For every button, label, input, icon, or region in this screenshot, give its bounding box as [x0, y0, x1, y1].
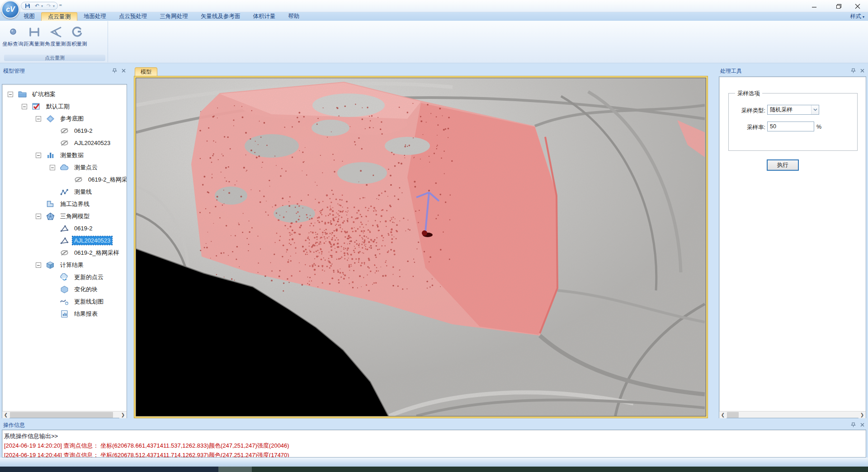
viewport-3d-canvas[interactable] [136, 78, 706, 416]
operation-log[interactable]: 系统操作信息输出>>[2024-06-19 14:20:20] 查询点信息： 坐… [2, 430, 866, 458]
scroll-right-icon[interactable]: ❯ [859, 411, 866, 418]
tree-item-label: 更新的点云 [72, 272, 105, 282]
diamond-layer-icon [46, 114, 55, 123]
tree-item-label: 默认工期 [44, 102, 71, 112]
expander-icon[interactable] [50, 165, 55, 170]
minimize-button[interactable] [807, 2, 821, 10]
tree-item-计算结果[interactable]: 计算结果 [2, 259, 127, 271]
tree-item-三角网模型[interactable]: 三角网模型 [2, 210, 127, 222]
expander-icon[interactable] [22, 104, 27, 109]
cloud-icon [60, 163, 69, 172]
ribbon-tab-5[interactable]: 矢量线及参考面 [194, 12, 247, 21]
distance-measure-button[interactable]: 距离量测 [24, 22, 45, 53]
eye-off-icon [74, 175, 83, 184]
eye-off-icon [60, 139, 69, 148]
ribbon-tab-3[interactable]: 点云预处理 [113, 12, 154, 21]
title-bar [0, 0, 868, 12]
tree-item-0619-2_格网采样[interactable]: 0619-2_格网采样 [2, 173, 127, 186]
hexagon-icon [60, 285, 69, 294]
close-button[interactable] [851, 2, 864, 10]
tree-item-更新线划图[interactable]: 更新线划图 [2, 295, 127, 308]
ribbon-tab-4[interactable]: 三角网处理 [154, 12, 195, 21]
execute-button[interactable]: 执行 [767, 159, 799, 171]
viewport-tab-model[interactable]: 模型 [135, 67, 157, 76]
tree-item-label: AJL20240523 [72, 139, 112, 147]
undo-dropdown-icon[interactable]: ▾ [41, 4, 43, 8]
tree-item-测量数据[interactable]: 测量数据 [2, 149, 127, 161]
ribbon-button-label: 坐标查询 [3, 41, 24, 47]
tree-item-label: 更新线划图 [72, 297, 105, 307]
pin-icon[interactable] [850, 422, 856, 428]
customize-toolbar-icon[interactable]: ≖ [59, 3, 62, 7]
chevron-down-icon[interactable] [811, 105, 819, 114]
expander-icon[interactable] [8, 92, 13, 97]
redo-dropdown-icon[interactable]: ▾ [53, 4, 55, 8]
tree-item-AJL20240523[interactable]: AJL20240523 [2, 234, 127, 247]
tree-item-施工边界线[interactable]: 施工边界线 [2, 198, 127, 210]
tree-item-测量点云[interactable]: 测量点云 [2, 161, 127, 173]
tree-item-0619-2[interactable]: 0619-2 [2, 125, 127, 137]
save-icon[interactable] [24, 3, 31, 9]
pin-icon[interactable] [112, 68, 118, 74]
expander-icon[interactable] [36, 262, 41, 268]
tree-hscrollbar[interactable]: ❮ ❯ [2, 411, 127, 418]
tree-item-label: AJL20240523 [72, 236, 112, 245]
distance-measure-icon [27, 25, 42, 39]
style-menu-button[interactable]: 样式 ▾ [850, 12, 864, 21]
tree-item-label: 测量线 [72, 187, 94, 197]
sample-type-dropdown[interactable]: 随机采样 [767, 105, 819, 115]
tree-item-label: 0619-2 [72, 126, 94, 135]
pin-icon[interactable] [850, 68, 856, 74]
scroll-right-icon[interactable]: ❯ [119, 411, 127, 418]
close-panel-icon[interactable] [121, 68, 127, 74]
area-measure-button[interactable]: 面积量测 [66, 22, 87, 53]
close-panel-icon[interactable] [859, 422, 865, 428]
sample-type-label: 采样类型: [733, 107, 765, 115]
undo-icon[interactable]: ↶ [33, 3, 41, 9]
tree-item-参考底图[interactable]: 参考底图 [2, 112, 127, 125]
app-logo[interactable]: cV [1, 0, 19, 19]
log-line-2: [2024-06-19 14:20:44] 查询点信息： 坐标(620678.5… [2, 450, 866, 458]
expander-icon[interactable] [36, 116, 41, 122]
redo-icon[interactable]: ↷ [45, 3, 52, 9]
tree-item-0619-2[interactable]: 0619-2 [2, 222, 127, 234]
coordinate-query-button[interactable]: 坐标查询 [2, 22, 24, 53]
scroll-left-icon[interactable]: ❮ [719, 411, 726, 418]
restore-button[interactable] [832, 2, 845, 10]
squiggle-icon [60, 297, 69, 306]
tree-item-变化的块[interactable]: 变化的块 [2, 283, 127, 295]
tree-item-AJL20240523[interactable]: AJL20240523 [2, 137, 127, 149]
triangle-mesh-icon [60, 224, 69, 233]
tree-item-测量线[interactable]: 测量线 [2, 186, 127, 198]
taskbar [0, 467, 868, 472]
triangle-mesh-icon [60, 236, 69, 245]
close-panel-icon[interactable] [859, 68, 865, 74]
log-line-0: 系统操作信息输出>> [2, 431, 866, 441]
ribbon-tab-7[interactable]: 帮助 [282, 12, 306, 21]
tools-hscrollbar[interactable]: ❮ ❯ [719, 411, 866, 418]
ribbon-tab-0[interactable]: 视图 [17, 12, 41, 21]
ribbon-tab-2[interactable]: 地面处理 [77, 12, 113, 21]
model-tree-panel: 矿坑档案默认工期参考底图0619-2AJL20240523测量数据测量点云061… [2, 84, 127, 418]
tree-item-结果报表[interactable]: 结果报表 [2, 308, 127, 320]
angle-measure-button[interactable]: 角度量测 [45, 22, 66, 53]
mesh-star-icon [46, 212, 55, 221]
tree-item-label: 结果报表 [72, 309, 99, 319]
ribbon-buttons: 坐标查询距离量测角度量测面积量测 [2, 22, 87, 53]
expander-icon[interactable] [36, 214, 41, 219]
scroll-thumb[interactable] [727, 412, 739, 418]
scroll-left-icon[interactable]: ❮ [2, 411, 9, 418]
tree-item-label: 测量数据 [58, 150, 85, 160]
tree-item-默认工期[interactable]: 默认工期 [2, 100, 127, 112]
scroll-thumb[interactable] [10, 412, 113, 418]
ribbon-tab-1[interactable]: 点云量测 [41, 12, 77, 21]
tree-item-矿坑档案[interactable]: 矿坑档案 [2, 88, 127, 100]
ribbon-tab-6[interactable]: 体积计量 [247, 12, 282, 21]
tree-item-label: 计算结果 [58, 260, 85, 270]
tree-item-0619-2_格网采样[interactable]: 0619-2_格网采样 [2, 247, 127, 259]
log-line-1: [2024-06-19 14:20:20] 查询点信息： 坐标(620678.6… [2, 441, 866, 450]
ribbon-tabs: 视图点云量测地面处理点云预处理三角网处理矢量线及参考面体积计量帮助 [17, 12, 306, 21]
expander-icon[interactable] [36, 153, 41, 158]
sample-rate-input[interactable]: 50 [767, 122, 814, 131]
tree-item-更新的点云[interactable]: 更新的点云 [2, 271, 127, 283]
